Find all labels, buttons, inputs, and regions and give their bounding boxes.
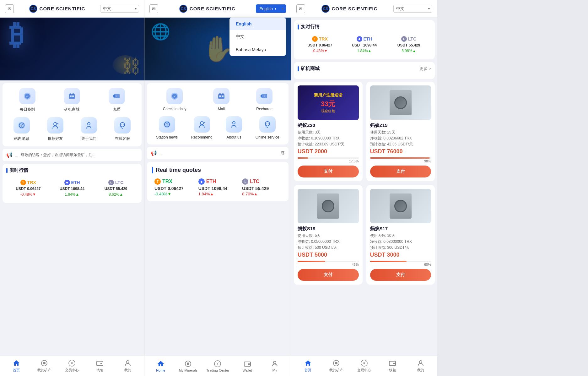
coin-ltc-left[interactable]: L LTC USDT 55.429 8.62%▲ (94, 177, 138, 199)
rt-ltc-middle[interactable]: L LTC USDT 55.429 8.70%▲ (240, 178, 283, 196)
quick-item-service-middle[interactable]: Online service (256, 116, 279, 139)
home-icon-right (304, 359, 312, 367)
quick-item-checkin-left[interactable]: ✓ 每日签到 (19, 88, 35, 112)
checkin-icon-middle: ✓ (166, 88, 183, 104)
progress-fill-3 (298, 261, 325, 262)
quick-item-checkin-middle[interactable]: ✓ Check in daily (163, 88, 186, 111)
ltc-change-right: 8.98%▲ (402, 49, 416, 53)
mail-icon[interactable]: ✉ (5, 4, 14, 13)
lang-wrapper-middle[interactable]: English ▼ (256, 4, 286, 13)
coin-eth-left[interactable]: ◆ ETH USDT 1098.44 1.84%▲ (50, 177, 94, 199)
pay-btn-1[interactable]: 支付 (298, 166, 359, 177)
quick-item-about-left[interactable]: 关于我们 (81, 117, 97, 141)
svg-rect-11 (113, 95, 115, 97)
quick-item-service-left[interactable]: 在线客服 (114, 117, 131, 141)
miner-income-4: 净收益: 0.03000000 TRX (370, 239, 431, 244)
rt-trx-middle[interactable]: T TRX USDT 0.06427 -0.48%▼ (152, 178, 196, 196)
lang-select-left[interactable]: 中文 English Bahasa Melayu (100, 5, 139, 13)
miner-est-3: 预计收益: 500 USDT/天 (298, 245, 359, 250)
nav-my-left[interactable]: 我的 (118, 359, 137, 373)
recharge-label-left: 充币 (113, 107, 121, 112)
eth-price-right: USDT 1098.44 (352, 43, 377, 47)
svg-text:¥: ¥ (71, 361, 73, 365)
coin-ltc-right[interactable]: L LTC USDT 55.429 8.98%▲ (386, 34, 431, 56)
nav-minerals-left[interactable]: 我的矿产 (35, 359, 54, 373)
nav-my-right[interactable]: 我的 (411, 359, 430, 373)
nav-my-middle[interactable]: My (265, 360, 284, 372)
logo-middle: CS CORE SCIENTIFIC (179, 4, 235, 13)
quick-item-about-middle[interactable]: About us (226, 116, 242, 139)
about-label-left: 关于我们 (81, 136, 96, 141)
miner-progress-2: 98% (370, 157, 431, 163)
quick-item-recommend-middle[interactable]: Recommend (191, 116, 213, 139)
news-label-left: 站内消息 (14, 136, 29, 141)
miner-progress-1: 17.5% (298, 157, 359, 163)
coin-eth-right[interactable]: ◆ ETH USDT 1098.44 1.84%▲ (342, 34, 387, 56)
quick-item-recommend-left[interactable]: 推荐好友 (47, 117, 63, 141)
nav-minerals-right[interactable]: 我的矿产 (327, 359, 346, 373)
coin-trx-left[interactable]: T TRX USDT 0.06427 -0.48%▼ (6, 177, 50, 199)
svg-point-66 (419, 361, 422, 363)
lang-dropdown-middle[interactable]: English 中文 Bahasa Melayu (229, 18, 286, 56)
lang-selected-middle: English (259, 6, 273, 11)
mail-icon-middle[interactable]: ✉ (149, 4, 158, 13)
trx-price-left: USDT 0.06427 (16, 187, 40, 191)
svg-text:CS: CS (323, 7, 328, 11)
quick-item-mall-left[interactable]: 矿机商城 (64, 88, 80, 112)
lang-wrapper-left[interactable]: 中文 English Bahasa Melayu (100, 5, 139, 13)
more-link[interactable]: 更多 > (419, 66, 431, 72)
miner-price-3: USDT 5000 (298, 252, 359, 258)
logo-symbol-left: CS (29, 4, 38, 13)
lang-option-chinese[interactable]: 中文 (229, 30, 286, 43)
nav-trading-middle[interactable]: ¥ Trading Center (206, 360, 229, 372)
miner-machine-3 (298, 189, 359, 223)
pay-btn-3[interactable]: 支付 (298, 269, 359, 281)
coin-trx-right[interactable]: T TRX USDT 0.06427 -0.48%▼ (298, 34, 342, 56)
lang-option-malay[interactable]: Bahasa Melayu (229, 43, 286, 56)
mail-icon-right[interactable]: ✉ (296, 4, 305, 13)
nav-home-right[interactable]: 首页 (299, 359, 317, 373)
nav-wallet-left[interactable]: 钱包 (90, 359, 109, 373)
ltc-symbol-left: LTC (115, 180, 123, 185)
progress-fill-1 (298, 157, 308, 159)
recharge-label-middle: Recharge (256, 107, 272, 111)
progress-fill-4 (370, 261, 407, 262)
quick-item-recharge-middle[interactable]: ± Recharge (256, 88, 272, 111)
lang-select-right[interactable]: 中文 English Bahasa Melayu (393, 5, 432, 13)
pay-btn-4[interactable]: 支付 (370, 269, 431, 281)
market-title-left: 实时行情 (6, 167, 138, 173)
quick-item-recharge-left[interactable]: ± 充币 (109, 88, 125, 112)
nav-home-left[interactable]: 首页 (7, 359, 26, 373)
lang-dropdown-arrow-middle: ▼ (274, 7, 277, 10)
rt-eth-middle[interactable]: ◆ ETH USDT 1098.44 1.84%▲ (196, 178, 240, 196)
quick-item-news-left[interactable]: ? 站内消息 (13, 117, 30, 141)
header-left: ✉ CS CORE SCIENTIFIC 中文 English Bahasa M… (0, 0, 144, 18)
trade-icon-right: ¥ (360, 359, 368, 367)
quick-item-mall-middle[interactable]: Mall (213, 88, 229, 111)
quick-item-news-middle[interactable]: ? Station news (156, 116, 178, 139)
nav-trading-right[interactable]: ¥ 交易中心 (355, 359, 374, 373)
nav-trading-left[interactable]: ¥ 交易中心 (62, 359, 81, 373)
nav-my-label-left: 我的 (124, 368, 131, 373)
ltc-sym-m: LTC (250, 179, 259, 184)
svg-point-18 (88, 123, 90, 125)
nav-wallet-right[interactable]: 钱包 (383, 359, 402, 373)
machine-body-3 (317, 193, 339, 219)
recharge-icon-left: ± (109, 88, 125, 104)
ltc-price-m: USDT 55.429 (242, 186, 269, 191)
header-middle-left: ✉ (149, 4, 158, 13)
eth-price-left: USDT 1098.44 (60, 187, 84, 191)
nav-minerals-middle[interactable]: My Minerals (179, 360, 197, 372)
lang-btn-middle[interactable]: English ▼ (256, 4, 286, 13)
nav-home-middle[interactable]: Home (151, 360, 170, 372)
nav-my-label-m: My (272, 368, 277, 372)
progress-label-3: 45% (298, 263, 359, 266)
nav-wallet-middle[interactable]: Wallet (238, 360, 257, 372)
logo-text-right: CORE SCIENTIFIC (332, 6, 378, 11)
bitcoin-symbol-left: ₿ (9, 21, 24, 49)
lang-option-english[interactable]: English (229, 18, 286, 30)
pay-btn-2[interactable]: 支付 (370, 166, 431, 177)
lang-wrapper-right[interactable]: 中文 English Bahasa Melayu (393, 5, 432, 13)
nav-minerals-label-right: 我的矿产 (329, 368, 343, 373)
machine-fan-2 (394, 96, 407, 109)
